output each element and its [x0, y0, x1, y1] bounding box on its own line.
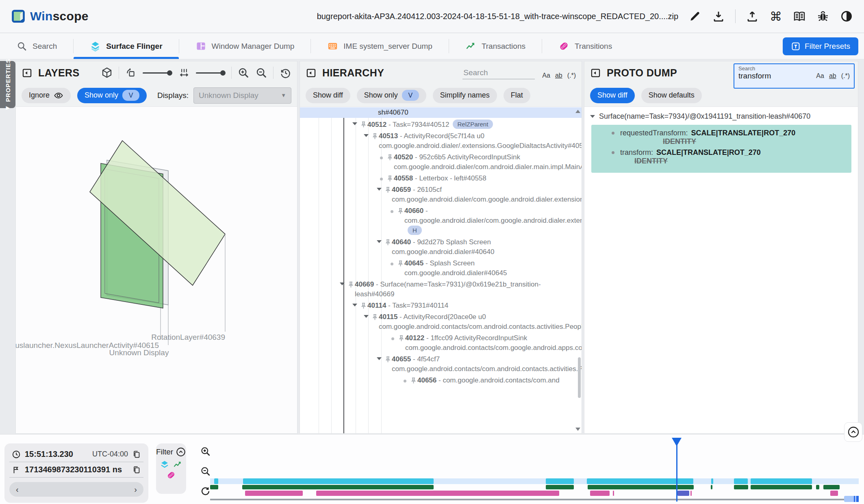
- surfaceflinger-filter-icon[interactable]: [160, 460, 169, 469]
- properties-rail-toggle[interactable]: PROPERTIES ▶: [0, 61, 15, 108]
- scroll-up-icon[interactable]: [575, 110, 580, 113]
- regex-icon[interactable]: (.*): [841, 72, 850, 80]
- report-bug-icon[interactable]: [816, 9, 830, 23]
- timeline-reset-zoom-icon[interactable]: [200, 486, 211, 497]
- copy-icon[interactable]: [132, 450, 141, 459]
- tab-ime-system-server-dump[interactable]: IME system_server Dump: [311, 33, 449, 59]
- tab-window-manager-dump[interactable]: Window Manager Dump: [179, 33, 311, 59]
- download-icon[interactable]: [712, 9, 725, 23]
- transactions-segment: [242, 485, 434, 489]
- tree-row-40115[interactable]: 40115 - ActivityRecord{20ace0e u0 com.go…: [300, 312, 582, 332]
- tree-row-40660[interactable]: 40660 - com.google.android.dialer/com.go…: [300, 206, 582, 236]
- zoom-in-icon[interactable]: [237, 67, 250, 79]
- tree-scrollbar-thumb[interactable]: [578, 357, 581, 398]
- hierarchy-simplify-names-button[interactable]: Simplify names: [433, 88, 497, 103]
- rotation-icon[interactable]: [125, 67, 137, 79]
- spacing-slider[interactable]: [196, 70, 226, 76]
- tree-node-label: 40513 - ActivityRecord{5c7f14a u0 com.go…: [379, 131, 582, 151]
- tree-row-40122[interactable]: 40122 - 1ffcc09 ActivityRecordInputSink …: [300, 333, 582, 353]
- button-label: Show only: [364, 91, 398, 100]
- tree-row-40659[interactable]: 40659 - 26105cf com.google.android.diale…: [300, 185, 582, 204]
- visibility-icon: [54, 91, 63, 100]
- tab-transitions[interactable]: Transitions: [542, 33, 628, 59]
- dark-mode-icon[interactable]: [840, 9, 853, 23]
- tree-row[interactable]: sh#40670: [300, 107, 582, 118]
- timeline-row-surfaceflinger[interactable]: [210, 478, 859, 484]
- hierarchy-show-only-button[interactable]: Show onlyV: [357, 88, 426, 103]
- hierarchy-tree[interactable]: sh#4067040512 - Task=7934#40512RelZParen…: [300, 107, 582, 433]
- documentation-icon[interactable]: [792, 9, 806, 23]
- tab-surface-flinger[interactable]: Surface Flinger: [74, 33, 178, 59]
- tree-row-40513[interactable]: 40513 - ActivityRecord{5c7f14a u0 com.go…: [300, 131, 582, 151]
- proto-show-defaults-button[interactable]: Show defaults: [641, 88, 702, 103]
- rotation-slider[interactable]: [143, 70, 172, 76]
- 3d-view-icon[interactable]: [101, 67, 113, 79]
- panel-collapse-icon[interactable]: [306, 67, 317, 78]
- proto-property[interactable]: transform:SCALE|TRANSLATE|ROT_270IDENTIT…: [591, 148, 851, 165]
- tree-row-40558[interactable]: 40558 - Letterbox - left#40558: [300, 174, 582, 183]
- match-case-icon[interactable]: Aa: [542, 72, 550, 79]
- match-word-icon[interactable]: ab: [829, 72, 836, 80]
- displays-select[interactable]: Unknown Display ▼: [193, 87, 291, 104]
- match-case-icon[interactable]: Aa: [816, 72, 824, 80]
- rotation-layer-label: RotationLayer#40639: [151, 333, 225, 341]
- pin-icon: [384, 239, 392, 246]
- tree-row-40114[interactable]: 40114 - Task=7931#40114: [300, 301, 582, 311]
- edit-filename-icon[interactable]: [688, 9, 702, 23]
- regex-icon[interactable]: (.*): [567, 72, 576, 79]
- transactions-segment: [816, 485, 819, 489]
- winscope-logo: Winscope: [11, 9, 89, 24]
- surfaceflinger-segment: [734, 478, 748, 484]
- timeline-row-transactions[interactable]: [210, 485, 859, 489]
- timeline-scrollbar-thumb[interactable]: [844, 496, 859, 502]
- ignore-button[interactable]: Ignore: [22, 88, 71, 103]
- proto-show-diff-button[interactable]: Show diff: [590, 88, 635, 103]
- previous-entry-button[interactable]: ‹: [16, 485, 19, 494]
- tree-row-40656[interactable]: 40656 - com.google.android.contacts/com.…: [300, 376, 582, 385]
- timeline-cursor[interactable]: [676, 438, 677, 502]
- upload-icon[interactable]: [745, 9, 759, 23]
- tab-transactions[interactable]: Transactions: [449, 33, 542, 59]
- hierarchy-flat-button[interactable]: Flat: [504, 88, 530, 103]
- hierarchy-show-diff-button[interactable]: Show diff: [306, 88, 350, 103]
- tab-search[interactable]: Search: [0, 33, 73, 59]
- timeline-cursor-head[interactable]: [672, 438, 682, 446]
- reset-view-icon[interactable]: [279, 67, 291, 79]
- collapse-timeline-button[interactable]: [844, 422, 862, 442]
- proto-root-node[interactable]: Surface(name=Task=7934)/@0x1941191_trans…: [584, 107, 857, 124]
- copy-icon[interactable]: [132, 465, 141, 474]
- tree-row-40640[interactable]: 40640 - 9d2d27b Splash Screen com.google…: [300, 237, 582, 257]
- tree-row-40520[interactable]: 40520 - 952c6b5 ActivityRecordInputSink …: [300, 152, 582, 172]
- timeline-zoom-out-icon[interactable]: [200, 466, 211, 477]
- displays-label: Displays:: [157, 91, 189, 100]
- timeline-scrollbar-track[interactable]: [210, 499, 844, 500]
- match-word-icon[interactable]: ab: [555, 72, 562, 79]
- layer-spacing-icon[interactable]: [178, 67, 190, 79]
- timeline-zoom-in-icon[interactable]: [200, 446, 211, 457]
- tree-row-40669[interactable]: 40669 - Surface(name=Task=7931)/@0x619e2…: [300, 280, 582, 299]
- keyboard-shortcuts-icon[interactable]: ⌘: [769, 9, 783, 23]
- zoom-out-icon[interactable]: [255, 67, 267, 79]
- collapse-arrow-icon: [338, 282, 347, 285]
- tree-row-40512[interactable]: 40512 - Task=7934#40512RelZParent: [300, 119, 582, 130]
- show-only-visible-button[interactable]: Show only V: [77, 88, 147, 103]
- filter-presets-button[interactable]: Filter Presets: [783, 37, 858, 55]
- clock-icon: [12, 450, 21, 459]
- panel-collapse-icon[interactable]: [590, 67, 601, 78]
- next-entry-button[interactable]: ›: [134, 485, 137, 494]
- tree-row-40645[interactable]: 40645 - Splash Screen com.google.android…: [300, 259, 582, 278]
- transactions-filter-icon[interactable]: [173, 460, 182, 469]
- timeline-row-transitions[interactable]: [210, 491, 859, 496]
- proto-property[interactable]: requestedTransform:SCALE|TRANSLATE|ROT_2…: [591, 129, 851, 146]
- proto-search-input[interactable]: [738, 72, 816, 80]
- collapse-filter-icon[interactable]: [176, 447, 186, 457]
- pin-icon: [386, 154, 394, 161]
- hierarchy-search-input[interactable]: [462, 67, 535, 79]
- timeline-canvas[interactable]: [210, 434, 859, 504]
- layers-3d-view[interactable]: RotationLayer#40639 exuslauncher.NexusLa…: [16, 107, 297, 433]
- scroll-down-icon[interactable]: [575, 428, 580, 431]
- panel-collapse-icon[interactable]: [22, 67, 33, 78]
- transitions-filter-icon[interactable]: [166, 470, 176, 480]
- tree-row-40655[interactable]: 40655 - 4f54cf7 com.google.android.conta…: [300, 354, 582, 374]
- property-key: transform:: [620, 148, 653, 157]
